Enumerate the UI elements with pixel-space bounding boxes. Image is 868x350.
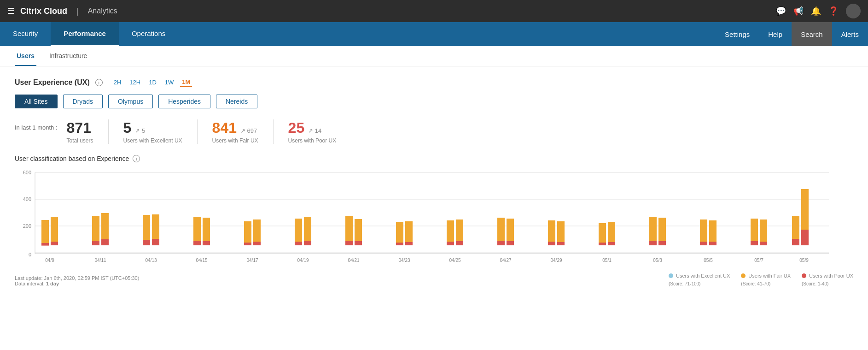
bar-chart: 600 400 200 0 xyxy=(18,166,838,267)
svg-text:04/21: 04/21 xyxy=(348,258,359,263)
svg-rect-60 xyxy=(658,241,666,245)
nav-help[interactable]: Help xyxy=(759,22,792,46)
chart-info-icon[interactable]: i xyxy=(133,155,140,162)
fair-delta: ↗ 697 xyxy=(240,127,257,134)
svg-text:05/7: 05/7 xyxy=(754,258,763,263)
bar-group-14 xyxy=(751,219,767,245)
svg-rect-22 xyxy=(193,241,201,245)
svg-rect-53 xyxy=(557,221,565,242)
nav-security[interactable]: Security xyxy=(0,22,51,46)
site-btn-hesperides[interactable]: Hesperides xyxy=(158,95,210,108)
svg-rect-20 xyxy=(152,239,159,245)
site-btn-all-sites[interactable]: All Sites xyxy=(15,95,58,108)
svg-rect-68 xyxy=(760,242,767,245)
svg-text:04/23: 04/23 xyxy=(398,258,410,263)
svg-text:05/3: 05/3 xyxy=(653,258,662,263)
svg-text:04/19: 04/19 xyxy=(297,258,309,263)
nav-search[interactable]: Search xyxy=(792,22,832,46)
bar-group-1 xyxy=(92,213,109,245)
bar-group-13 xyxy=(700,219,717,245)
chart-metadata: Last update: Jan 6th, 2020, 02:59 PM IST… xyxy=(15,275,139,286)
topbar-right: 💬 📢 🔔 ❓ xyxy=(776,4,861,18)
subnav-infrastructure[interactable]: Infrastructure xyxy=(47,46,89,66)
bar-group-7 xyxy=(396,221,413,245)
nav-alerts[interactable]: Alerts xyxy=(832,22,868,46)
help-icon[interactable]: ❓ xyxy=(828,6,839,16)
nav-operations[interactable]: Operations xyxy=(119,22,178,46)
svg-text:05/9: 05/9 xyxy=(799,258,809,263)
announcement-icon[interactable]: 📢 xyxy=(793,6,804,16)
svg-rect-39 xyxy=(396,222,403,243)
nav-settings[interactable]: Settings xyxy=(716,22,759,46)
excellent-delta: ↗ 5 xyxy=(135,127,145,134)
time-filters: 2H 12H 1D 1W 1M xyxy=(112,77,192,87)
svg-rect-25 xyxy=(203,218,210,241)
svg-rect-15 xyxy=(92,216,99,241)
nav-performance[interactable]: Performance xyxy=(51,22,119,46)
chart-legend: Users with Excellent UX (Score: 71-100) … xyxy=(669,273,853,286)
excellent-users-number: 5 xyxy=(123,119,132,136)
svg-rect-28 xyxy=(253,242,261,245)
legend-dot-fair xyxy=(741,273,746,278)
total-users-number: 871 xyxy=(67,119,91,136)
svg-rect-62 xyxy=(700,242,707,245)
svg-text:04/11: 04/11 xyxy=(94,258,106,263)
svg-rect-27 xyxy=(244,221,251,243)
svg-rect-18 xyxy=(143,240,150,245)
topbar-divider: | xyxy=(76,6,79,16)
svg-rect-30 xyxy=(295,242,302,245)
svg-rect-38 xyxy=(396,243,403,245)
topbar: ☰ Citrix Cloud | Analytics 💬 📢 🔔 ❓ xyxy=(0,0,868,22)
subnav: Users Infrastructure xyxy=(0,46,868,66)
svg-rect-55 xyxy=(599,223,606,243)
avatar[interactable] xyxy=(846,4,861,18)
data-interval: Data interval: 1 day xyxy=(15,281,139,286)
svg-text:04/25: 04/25 xyxy=(449,258,460,263)
svg-rect-52 xyxy=(557,242,565,245)
fair-users-number: 841 xyxy=(212,119,237,136)
time-filter-1w[interactable]: 1W xyxy=(163,78,176,87)
main-content: User Experience (UX) i 2H 12H 1D 1W 1M A… xyxy=(0,66,868,350)
poor-delta: ↗ 14 xyxy=(308,127,321,134)
svg-rect-70 xyxy=(792,239,799,245)
svg-text:04/27: 04/27 xyxy=(500,258,511,263)
site-btn-nereids[interactable]: Nereids xyxy=(216,95,257,108)
svg-rect-51 xyxy=(548,220,555,242)
svg-rect-19 xyxy=(143,215,150,240)
svg-text:04/15: 04/15 xyxy=(196,258,207,263)
time-filter-2h[interactable]: 2H xyxy=(112,78,123,87)
site-btn-dryads[interactable]: Dryads xyxy=(63,95,103,108)
bar-group-9 xyxy=(497,218,514,245)
bar-group-4 xyxy=(244,219,261,245)
bar-group-15 xyxy=(792,189,809,245)
time-filter-1d[interactable]: 1D xyxy=(147,78,158,87)
menu-icon[interactable]: ☰ xyxy=(7,6,15,16)
chat-icon[interactable]: 💬 xyxy=(776,6,786,16)
svg-rect-66 xyxy=(751,241,758,245)
site-btn-olympus[interactable]: Olympus xyxy=(108,95,153,108)
subnav-users[interactable]: Users xyxy=(15,46,36,66)
bar-group-3 xyxy=(193,217,210,245)
svg-text:600: 600 xyxy=(23,170,31,175)
bar-group-0 xyxy=(41,217,58,246)
svg-rect-40 xyxy=(405,242,413,245)
bar-group-8 xyxy=(447,219,463,245)
svg-rect-44 xyxy=(456,241,463,245)
svg-rect-29 xyxy=(253,219,261,242)
ux-info-icon[interactable]: i xyxy=(95,79,103,86)
svg-rect-11 xyxy=(41,220,49,243)
fair-users-label: Users with Fair UX xyxy=(212,137,258,144)
svg-rect-24 xyxy=(203,241,210,245)
chart-title: User classification based on Experience … xyxy=(15,155,853,162)
svg-rect-32 xyxy=(304,241,311,245)
svg-rect-23 xyxy=(193,217,201,241)
svg-rect-71 xyxy=(792,216,799,239)
svg-rect-58 xyxy=(649,241,657,245)
svg-rect-54 xyxy=(599,243,606,245)
time-filter-12h[interactable]: 12H xyxy=(128,78,142,87)
svg-text:05/5: 05/5 xyxy=(704,258,713,263)
bar-group-5 xyxy=(295,217,311,245)
chart-wrapper: 600 400 200 0 xyxy=(18,166,853,267)
time-filter-1m[interactable]: 1M xyxy=(180,77,192,87)
notification-icon[interactable]: 🔔 xyxy=(811,6,821,16)
